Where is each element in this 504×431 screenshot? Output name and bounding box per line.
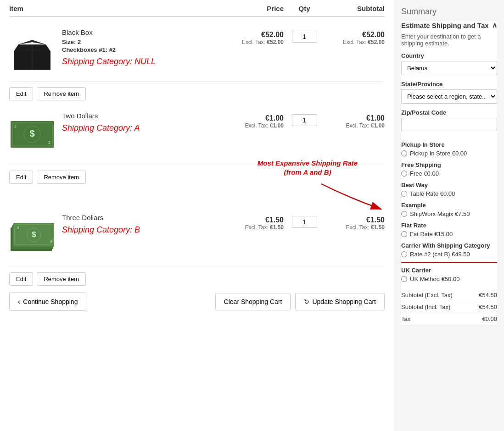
- edit-button-3[interactable]: Edit: [9, 272, 33, 286]
- qty-input-1[interactable]: [292, 31, 317, 43]
- dollar-stack-icon: $ 3 3: [11, 221, 54, 253]
- flatrate-label: Fat Rate €15.00: [410, 231, 453, 238]
- shipping-category-3: Shipping Category: B: [62, 225, 229, 235]
- subtotal-cell-2: €1.00 Excl. Tax: €1.00: [325, 112, 385, 129]
- price-excl-3: Excl. Tax: €1.50: [229, 224, 284, 231]
- subtotal-main-2: €1.00: [325, 114, 385, 122]
- flatrate-radio[interactable]: [401, 231, 407, 237]
- cart-header: Item Price Qty Subtotal: [9, 5, 385, 17]
- estimate-header[interactable]: Estimate Shipping and Tax ∧: [401, 21, 497, 29]
- remove-button-2[interactable]: Remove item: [37, 171, 86, 184]
- summary-title: Summary: [401, 7, 497, 17]
- product-details-3: Three Dollars Shipping Category: B: [62, 214, 229, 235]
- shipping-group-title-free: Free Shipping: [401, 161, 497, 168]
- shipping-group-free: Free Shipping Free €0.00: [401, 161, 497, 177]
- subtotal-main-3: €1.50: [325, 216, 385, 224]
- svg-text:3: 3: [50, 239, 52, 243]
- shipping-option: Rate #2 (cat B) €49.50: [401, 251, 497, 258]
- dollar-bill-icon: $ 2 2: [11, 121, 54, 149]
- free-shipping-label: Free €0.00: [410, 170, 439, 177]
- annotation-container: Most Expansive Shipping Rate (from A and…: [9, 184, 385, 198]
- row-actions-1: Edit Remove item: [9, 87, 385, 100]
- bestway-radio[interactable]: [401, 191, 407, 197]
- row-actions-3: Edit Remove item: [9, 272, 385, 286]
- shipping-group-example: Example ShipWorx Magix €7.50: [401, 202, 497, 217]
- cart-actions: ‹ Continue Shopping Clear Shopping Cart …: [9, 286, 385, 318]
- remove-button-1[interactable]: Remove item: [37, 87, 86, 100]
- free-shipping-radio[interactable]: [401, 171, 407, 177]
- subtotal-excl-3: Excl. Tax: €1.50: [325, 224, 385, 231]
- uk-carrier-radio[interactable]: [401, 276, 407, 282]
- qty-input-2[interactable]: [292, 114, 317, 126]
- total-row-subtotal-excl: Subtotal (Excl. Tax) €54.50: [401, 289, 497, 301]
- carrier-radio[interactable]: [401, 251, 407, 257]
- remove-button-3[interactable]: Remove item: [37, 272, 86, 286]
- sidebar: Summary Estimate Shipping and Tax ∧ Ente…: [394, 0, 504, 431]
- qty-cell-1: [284, 28, 325, 43]
- product-name-3: Three Dollars: [62, 214, 229, 221]
- annotation-arrow: [294, 179, 395, 216]
- state-label: State/Province: [401, 81, 497, 88]
- price-cell-1: €52.00 Excl. Tax: €52.00: [229, 28, 284, 45]
- zip-input[interactable]: [401, 118, 497, 131]
- edit-button-2[interactable]: Edit: [9, 171, 33, 184]
- tax-label: Tax: [401, 315, 410, 322]
- shipping-category-2: Shipping Category: A: [62, 123, 229, 133]
- estimate-section: Estimate Shipping and Tax ∧ Enter your d…: [401, 21, 497, 325]
- state-select[interactable]: Please select a region, state...: [401, 89, 497, 104]
- subtotal-excl-2: Excl. Tax: €1.00: [325, 122, 385, 129]
- total-row-tax: Tax €0.00: [401, 313, 497, 325]
- svg-text:3: 3: [17, 226, 19, 230]
- country-label: Country: [401, 52, 497, 59]
- price-main-2: €1.00: [229, 114, 284, 122]
- shipping-option: Free €0.00: [401, 170, 497, 177]
- subtotal-incl-label: Subtotal (Incl. Tax): [401, 304, 450, 310]
- price-excl-1: Excl. Tax: €52.00: [229, 39, 284, 45]
- product-image-3: $ 3 3: [9, 214, 55, 260]
- shipping-group-bestway: Best Way Table Rate €0.00: [401, 182, 497, 197]
- product-details: Black Box Size: 2 Checkboxes #1: #2 Ship…: [62, 28, 229, 66]
- table-row: $ 2 2 Two Dollars Shipping Category: A €…: [9, 105, 385, 165]
- shipping-group-uk: UK Carrier UK Method €50.00: [401, 267, 497, 282]
- black-box-icon: [11, 31, 53, 72]
- product-image-2: $ 2 2: [9, 112, 55, 158]
- subtotal-cell-1: €52.00 Excl. Tax: €52.00: [325, 28, 385, 45]
- shipping-group-title-flatrate: Flat Rate: [401, 222, 497, 229]
- shipping-category-1: Shipping Category: NULL: [62, 57, 229, 66]
- tax-value: €0.00: [482, 315, 497, 322]
- edit-button-1[interactable]: Edit: [9, 87, 33, 100]
- carrier-label: Rate #2 (cat B) €49.50: [410, 251, 470, 258]
- total-row-subtotal-incl: Subtotal (Incl. Tax) €54.50: [401, 301, 497, 313]
- continue-shopping-button[interactable]: ‹ Continue Shopping: [9, 293, 86, 311]
- update-cart-button[interactable]: ↻ Update Shopping Cart: [295, 293, 385, 310]
- uk-carrier-label: UK Method €50.00: [410, 276, 459, 282]
- estimate-title: Estimate Shipping and Tax: [401, 22, 489, 29]
- product-image: [9, 28, 55, 74]
- product-size: Size: 2: [62, 39, 229, 45]
- shipping-group-title-uk: UK Carrier: [401, 267, 497, 274]
- price-main-1: €52.00: [229, 31, 284, 39]
- clear-cart-button[interactable]: Clear Shopping Cart: [215, 293, 291, 310]
- shipping-group-carrier: Carrier With Shipping Category Rate #2 (…: [401, 242, 497, 258]
- qty-cell-2: [284, 112, 325, 126]
- shipping-option: Pickup In Store €0.00: [401, 150, 497, 157]
- pickup-label: Pickup In Store €0.00: [410, 150, 467, 157]
- subtotal-excl-label: Subtotal (Excl. Tax): [401, 292, 453, 298]
- example-radio[interactable]: [401, 211, 407, 217]
- shipping-group-title-pickup: Pickup In Store: [401, 141, 497, 148]
- pickup-radio[interactable]: [401, 150, 407, 156]
- shipping-group-title-bestway: Best Way: [401, 182, 497, 188]
- price-cell-2: €1.00 Excl. Tax: €1.00: [229, 112, 284, 129]
- subtotal-cell-3: €1.50 Excl. Tax: €1.50: [325, 214, 385, 231]
- shipping-option: Table Rate €0.00: [401, 190, 497, 197]
- shipping-group-title-carrier: Carrier With Shipping Category: [401, 242, 497, 249]
- shipping-group-pickup: Pickup In Store Pickup In Store €0.00: [401, 141, 497, 157]
- chevron-up-icon: ∧: [492, 21, 497, 29]
- annotation-text: Most Expansive Shipping Rate (from A and…: [258, 159, 358, 176]
- svg-text:$: $: [32, 230, 36, 239]
- qty-input-3[interactable]: [292, 216, 317, 228]
- shipping-option: UK Method €50.00: [401, 276, 497, 282]
- zip-label: Zip/Postal Code: [401, 109, 497, 116]
- estimate-desc: Enter your destination to get a shipping…: [401, 33, 497, 47]
- country-select[interactable]: Belarus: [401, 61, 497, 75]
